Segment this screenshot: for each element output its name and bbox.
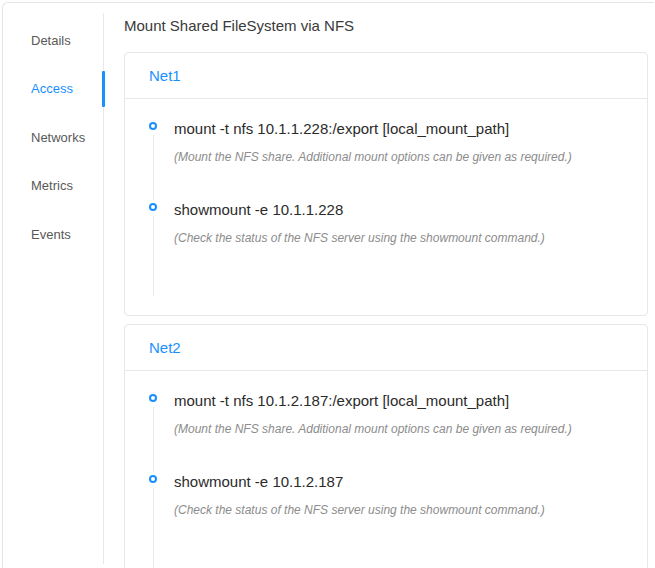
timeline-step: showmount -e 10.1.1.228 (Check the statu… [149,200,623,296]
sidebar-item-label: Access [31,81,73,96]
command-description: (Mount the NFS share. Additional mount o… [174,150,623,165]
sidebar-item-networks[interactable]: Networks [3,113,104,162]
sidebar-item-details[interactable]: Details [3,16,104,65]
command-description: (Mount the NFS share. Additional mount o… [174,422,623,437]
timeline-dot-icon [149,122,157,130]
timeline-tail [153,135,154,200]
card-header: Net1 [125,53,647,99]
timeline-step: mount -t nfs 10.1.1.228:/export [local_m… [149,119,623,200]
command-description: (Check the status of the NFS server usin… [174,503,623,518]
network-card-net1: Net1 mount -t nfs 10.1.1.228:/export [lo… [124,52,648,316]
card-body: mount -t nfs 10.1.1.228:/export [local_m… [125,99,647,315]
timeline-tail [153,407,154,472]
sidebar-item-metrics[interactable]: Metrics [3,162,104,211]
timeline-tail [153,216,154,296]
sidebar-item-label: Events [31,227,71,242]
sidebar: Details Access Networks Metrics Events [3,3,104,568]
sidebar-item-label: Details [31,33,71,48]
command-text: mount -t nfs 10.1.1.228:/export [local_m… [174,119,623,138]
timeline-dot-icon [149,394,157,402]
timeline-tail [153,488,154,568]
sidebar-item-label: Networks [31,130,85,145]
timeline-dot-icon [149,475,157,483]
network-card-net2: Net2 mount -t nfs 10.1.2.187:/export [lo… [124,324,648,568]
content-panel: Details Access Networks Metrics Events M… [2,2,654,568]
sidebar-item-label: Metrics [31,178,73,193]
card-body: mount -t nfs 10.1.2.187:/export [local_m… [125,371,647,568]
card-title-link[interactable]: Net1 [149,67,181,84]
sidebar-item-access[interactable]: Access [3,65,104,114]
timeline-dot-icon [149,203,157,211]
command-text: showmount -e 10.1.2.187 [174,472,623,491]
active-tab-indicator [102,71,105,107]
sidebar-item-events[interactable]: Events [3,210,104,259]
timeline-step: mount -t nfs 10.1.2.187:/export [local_m… [149,391,623,472]
page-title: Mount Shared FileSystem via NFS [124,18,648,34]
card-header: Net2 [125,325,647,371]
command-text: showmount -e 10.1.1.228 [174,200,623,219]
timeline-step: showmount -e 10.1.2.187 (Check the statu… [149,472,623,568]
card-title-link[interactable]: Net2 [149,339,181,356]
command-description: (Check the status of the NFS server usin… [174,231,623,246]
command-text: mount -t nfs 10.1.2.187:/export [local_m… [174,391,623,410]
main-content: Mount Shared FileSystem via NFS Net1 mou… [104,3,654,568]
